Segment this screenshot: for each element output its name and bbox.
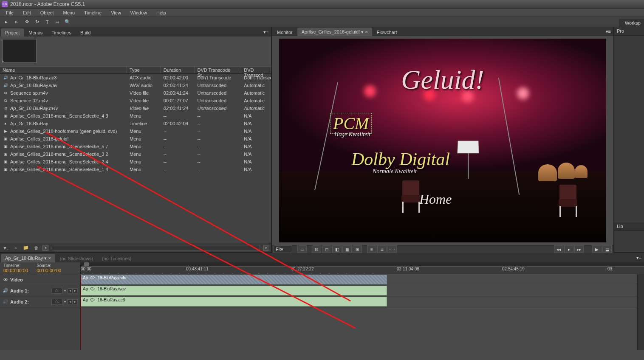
project-row[interactable]: ▣Aprilse_Grilles_2018-menu_SceneSelectie… <box>0 166 271 173</box>
chapter-marker[interactable]: 19 <box>239 273 244 274</box>
track-lanes[interactable]: Ap_Gr_18-BluRay.m4v Ap_Gr_18-BluRay.wav … <box>81 274 637 350</box>
selection-tool-icon[interactable]: ▸ <box>2 18 11 26</box>
rotate-tool-icon[interactable]: ↻ <box>32 18 42 26</box>
new-item-icon[interactable]: ▫ <box>12 245 20 251</box>
chapter-marker[interactable]: 22 <box>265 273 270 274</box>
panel-menu-icon[interactable]: ▾≡ <box>261 28 271 37</box>
timeline-panel-menu-icon[interactable]: ▾≡ <box>634 253 644 262</box>
chapter-marker[interactable]: 15 <box>203 273 209 274</box>
chapter-marker[interactable]: 7 <box>133 273 138 274</box>
timeline-tab-timelines[interactable]: (no Timelines) <box>98 254 136 262</box>
project-row[interactable]: ▣Aprilse_Grilles_2018-menu_SceneSelectie… <box>0 112 271 120</box>
preview-icon[interactable]: ▶ <box>592 245 602 253</box>
chapter-marker[interactable]: 3 <box>98 273 103 274</box>
chapter-marker[interactable]: 8 <box>142 273 147 274</box>
video-lane[interactable]: Ap_Gr_18-BluRay.m4v <box>81 274 637 285</box>
chapter-marker[interactable]: 4 <box>107 273 112 274</box>
menu-button-home[interactable]: Home <box>419 191 452 207</box>
speaker-icon[interactable]: 🔊 <box>3 299 8 304</box>
chapter-marker[interactable]: 10 <box>160 273 165 274</box>
timeline-tab-active[interactable]: Ap_Gr_18-BluRay ▾ × <box>1 254 55 262</box>
col-name[interactable]: Name <box>0 67 127 73</box>
tab-build[interactable]: Build <box>76 28 95 37</box>
speaker-icon[interactable]: 🔊 <box>3 288 8 293</box>
chapter-marker[interactable]: 18 <box>230 273 235 274</box>
tab-library[interactable]: Lib <box>614 222 644 231</box>
timeline-tab-slideshows[interactable]: (no Slideshows) <box>56 254 97 262</box>
new-guides-icon[interactable]: ⊞ <box>353 245 362 253</box>
route-activated-icon[interactable]: ◧ <box>332 245 342 253</box>
project-row[interactable]: 🔊Ap_Gr_18-BluRay.wavWAV audio02:00:41:24… <box>0 82 271 89</box>
lang-select-2[interactable]: nl <box>51 299 62 305</box>
text-tool-icon[interactable]: T <box>42 18 52 26</box>
chapter-marker[interactable]: 33 <box>362 273 367 274</box>
chapter-marker[interactable]: 31 <box>344 273 349 274</box>
project-row[interactable]: ▣Aprilse_Grilles_2018-menu_SceneSelectie… <box>0 158 271 166</box>
project-row[interactable]: ⏵Ap_Gr_18-BluRayTimeline02:00:42:09--N/A <box>0 120 271 127</box>
tab-menus[interactable]: Menus <box>24 28 47 37</box>
menu-button-pcm[interactable]: PCM <box>330 113 372 134</box>
chapter-marker[interactable]: 25 <box>291 273 297 274</box>
track-head-audio2[interactable]: 🔊 Audio 2: nl▾ ◂▸ <box>0 296 80 307</box>
project-row[interactable]: ▶Aprilse_Grilles_2018-hoofdmenu (geen ge… <box>0 127 271 135</box>
chapter-marker[interactable]: 24 <box>282 273 288 274</box>
new-folder-icon[interactable]: 📁 <box>22 245 30 251</box>
chapter-marker[interactable]: 14 <box>195 273 200 274</box>
route-normal-icon[interactable]: ⊡ <box>312 245 321 253</box>
menu-timeline[interactable]: Timeline <box>80 9 106 16</box>
tab-timelines[interactable]: Timelines <box>47 28 76 37</box>
chapter-marker[interactable]: 16 <box>212 273 217 274</box>
chapter-marker[interactable]: 29 <box>327 273 332 274</box>
chapter-marker[interactable]: 30 <box>335 273 340 274</box>
render-icon[interactable]: ⬓ <box>602 245 612 253</box>
ruler-zoom-bar[interactable] <box>81 262 644 267</box>
audio2-clip[interactable]: Ap_Gr_18-BluRay.ac3 <box>81 297 387 307</box>
vertical-text-tool-icon[interactable]: T <box>53 17 62 27</box>
chapter-marker[interactable]: 11 <box>169 273 174 274</box>
align-1-icon[interactable]: ≡ <box>367 245 376 253</box>
tab-menu-edit[interactable]: Aprilse_Grilles_2018-geluid! ▾ × <box>297 28 372 36</box>
chapter-marker[interactable]: 27 <box>309 273 314 274</box>
col-dvd2[interactable]: DVD Transcod <box>241 67 271 73</box>
project-row[interactable]: ▣Aprilse_Grilles_2018-menu_SceneSelectie… <box>0 150 271 158</box>
timeline-vscroll[interactable] <box>637 274 644 350</box>
next-btn-icon[interactable]: ▸▸ <box>574 245 584 253</box>
timeline-ruler[interactable]: 00:0000:43:41:1101:27:22:2202:11:04:0802… <box>81 262 644 274</box>
workspace-switcher[interactable]: Worksp <box>619 19 644 29</box>
prev-btn-icon[interactable]: ◂◂ <box>554 245 563 253</box>
project-row[interactable]: 🔊Ap_Gr_18-BluRay.ac3AC3 audio02:00:42:00… <box>0 74 271 82</box>
menu-window[interactable]: Window <box>126 9 151 16</box>
tab-project[interactable]: Project <box>1 28 24 37</box>
align-3-icon[interactable]: ⋮⋮ <box>387 245 397 253</box>
video-clip[interactable]: Ap_Gr_18-BluRay.m4v <box>81 275 387 284</box>
align-2-icon[interactable]: ≣ <box>377 245 387 253</box>
lang-select-1[interactable]: nl <box>51 288 62 294</box>
chapter-marker[interactable]: 21 <box>256 273 261 274</box>
monitor-panel-menu-icon[interactable]: ▾≡ <box>603 27 613 36</box>
chapter-marker[interactable]: 12 <box>177 273 182 274</box>
menu-file[interactable]: File <box>2 9 18 16</box>
direct-select-tool-icon[interactable]: ▹ <box>12 18 21 26</box>
chapter-marker[interactable]: 34 <box>370 273 376 274</box>
audio1-clip[interactable]: Ap_Gr_18-BluRay.wav <box>81 286 387 295</box>
menu-object[interactable]: Object <box>36 9 58 16</box>
chapter-marker[interactable]: 23 <box>274 273 279 274</box>
chapter-marker[interactable]: 9 <box>151 273 156 274</box>
col-dur[interactable]: Duration <box>161 67 195 73</box>
source-tc[interactable]: 00:00:00:00 <box>37 268 61 273</box>
project-row[interactable]: ⧉Sequence 02.m4vVideo file00:01:27:07Unt… <box>0 97 271 104</box>
zoom-tool-icon[interactable]: 🔍 <box>63 18 72 26</box>
chapter-marker[interactable]: 1 <box>81 273 86 274</box>
project-row[interactable]: ▣Aprilse_Grilles_2018-menu_SceneSelectie… <box>0 143 271 150</box>
col-dvd1[interactable]: DVD Transcode St... <box>195 67 242 73</box>
menu-help[interactable]: Help <box>152 9 170 16</box>
play-icon[interactable]: ▸ <box>564 245 573 253</box>
col-type[interactable]: Type <box>127 67 161 73</box>
menu-title-text[interactable]: Geluid! <box>401 64 484 96</box>
track-nav-2[interactable]: ◂▸ <box>68 299 78 304</box>
chapter-marker[interactable]: 2 <box>90 273 95 274</box>
tab-monitor[interactable]: Monitor <box>273 28 297 36</box>
chapter-marker[interactable]: 32 <box>353 273 358 274</box>
menu-button-dolby[interactable]: Dolby Digital <box>351 149 450 169</box>
eye-icon[interactable]: 👁 <box>3 277 8 282</box>
